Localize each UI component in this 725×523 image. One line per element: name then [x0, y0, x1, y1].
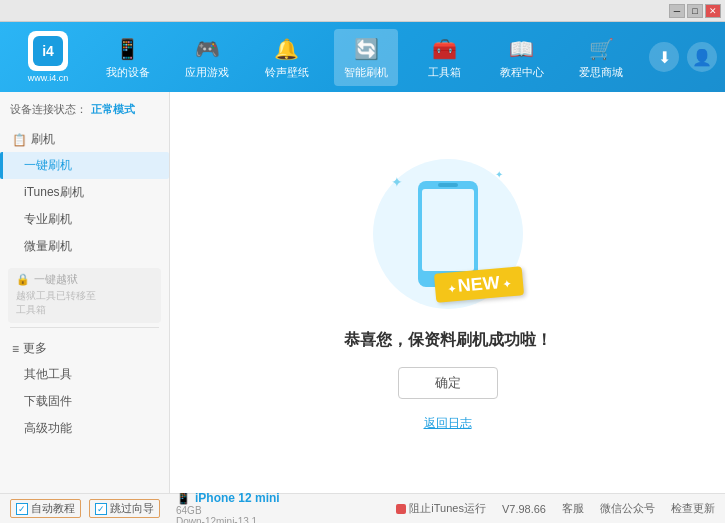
more-section-icon: ≡: [12, 342, 19, 356]
sparkle-topleft-icon: ✦: [391, 174, 403, 190]
nav-items: 📱 我的设备 🎮 应用游戏 🔔 铃声壁纸 🔄 智能刷机 🧰 工具箱 📖 教程中心…: [88, 29, 641, 86]
ringtone-icon: 🔔: [273, 35, 301, 63]
device-model: Down-12mini-13,1: [176, 516, 280, 524]
customer-service-link[interactable]: 客服: [562, 501, 584, 516]
svg-rect-2: [438, 183, 458, 187]
sparkle-topright-icon: ✦: [495, 169, 503, 180]
success-message: 恭喜您，保资料刷机成功啦！: [344, 330, 552, 351]
version-text: V7.98.66: [502, 503, 546, 515]
tutorial-icon: 📖: [508, 35, 536, 63]
sidebar-item-one-click-flash[interactable]: 一键刷机: [0, 152, 169, 179]
itunes-status: 阻止iTunes运行: [396, 501, 486, 516]
nav-right: ⬇ 👤: [649, 42, 717, 72]
logo-icon-inner: i4: [33, 36, 63, 66]
nav-item-tutorial[interactable]: 📖 教程中心: [490, 29, 554, 86]
phone-circle: ✦ ✦ ✦ NEW: [373, 159, 523, 309]
nav-item-my-device[interactable]: 📱 我的设备: [96, 29, 160, 86]
device-storage: 64GB: [176, 505, 202, 516]
close-btn[interactable]: ✕: [705, 4, 721, 18]
itunes-status-text: 阻止iTunes运行: [409, 501, 486, 516]
skip-wizard-checkbox[interactable]: 跳过向导: [89, 499, 160, 518]
minimize-btn[interactable]: ─: [669, 4, 685, 18]
nav-label-tutorial: 教程中心: [500, 65, 544, 80]
connection-status: 设备连接状态： 正常模式: [0, 96, 169, 123]
sidebar-item-other-tools[interactable]: 其他工具: [0, 361, 169, 388]
sidebar-item-advanced[interactable]: 高级功能: [0, 415, 169, 442]
skip-wizard-check-icon: [95, 503, 107, 515]
toolbox-icon: 🧰: [430, 35, 458, 63]
bottom-bar: 自动教程 跳过向导 📱 iPhone 12 mini 64GB Down-12m…: [0, 493, 725, 523]
logo-icon: i4: [28, 31, 68, 71]
smart-flash-icon: 🔄: [352, 35, 380, 63]
sidebar-item-itunes-flash[interactable]: iTunes刷机: [0, 179, 169, 206]
nav-item-ringtone[interactable]: 🔔 铃声壁纸: [255, 29, 319, 86]
status-label: 设备连接状态：: [10, 102, 87, 117]
check-update-link[interactable]: 检查更新: [671, 501, 715, 516]
svg-rect-1: [422, 189, 474, 271]
flash-section-label: 刷机: [31, 131, 55, 148]
logo-sub: www.i4.cn: [28, 73, 69, 83]
section-title-more: ≡ 更多: [0, 336, 169, 361]
jailbreak-section: 🔒 一键越狱 越狱工具已转移至工具箱: [8, 268, 161, 323]
device-details: 64GB: [176, 505, 280, 516]
header: i4 www.i4.cn 📱 我的设备 🎮 应用游戏 🔔 铃声壁纸 🔄 智能刷机…: [0, 22, 725, 92]
status-value: 正常模式: [91, 102, 135, 117]
sidebar-section-more: ≡ 更多 其他工具 下载固件 高级功能: [0, 332, 169, 446]
nav-item-smart-flash[interactable]: 🔄 智能刷机: [334, 29, 398, 86]
apps-icon: 🎮: [193, 35, 221, 63]
nav-item-toolbox[interactable]: 🧰 工具箱: [414, 29, 474, 86]
nav-label-my-device: 我的设备: [106, 65, 150, 80]
auto-guide-checkbox[interactable]: 自动教程: [10, 499, 81, 518]
hero-illustration: ✦ ✦ ✦ NEW 恭喜您，保资料刷机成功啦！ 确定 返回日志: [344, 154, 552, 432]
bottom-right: 阻止iTunes运行 V7.98.66 客服 微信公众号 检查更新: [396, 501, 715, 516]
device-info: 📱 iPhone 12 mini 64GB Down-12mini-13,1: [176, 491, 280, 524]
flash-section-icon: 📋: [12, 133, 27, 147]
reflash-link[interactable]: 返回日志: [424, 415, 472, 432]
jailbreak-note: 越狱工具已转移至工具箱: [16, 287, 153, 319]
more-section-label: 更多: [23, 340, 47, 357]
sidebar-section-flash: 📋 刷机 一键刷机 iTunes刷机 专业刷机 微量刷机: [0, 123, 169, 264]
device-model-text: Down-12mini-13,1: [176, 516, 257, 524]
user-btn[interactable]: 👤: [687, 42, 717, 72]
nav-label-ringtone: 铃声壁纸: [265, 65, 309, 80]
main: 设备连接状态： 正常模式 📋 刷机 一键刷机 iTunes刷机 专业刷机 微量刷…: [0, 92, 725, 493]
maximize-btn[interactable]: □: [687, 4, 703, 18]
mall-icon: 🛒: [587, 35, 615, 63]
phone-illustration: ✦ ✦ ✦ NEW: [368, 154, 528, 314]
content-area: ✦ ✦ ✦ NEW 恭喜您，保资料刷机成功啦！ 确定 返回日志: [170, 92, 725, 493]
download-btn[interactable]: ⬇: [649, 42, 679, 72]
wechat-link[interactable]: 微信公众号: [600, 501, 655, 516]
nav-label-toolbox: 工具箱: [428, 65, 461, 80]
confirm-button[interactable]: 确定: [398, 367, 498, 399]
nav-item-apps[interactable]: 🎮 应用游戏: [175, 29, 239, 86]
auto-guide-check-icon: [16, 503, 28, 515]
sidebar-item-pro-flash[interactable]: 专业刷机: [0, 206, 169, 233]
nav-label-smart-flash: 智能刷机: [344, 65, 388, 80]
title-bar: ─ □ ✕: [0, 0, 725, 22]
sidebar-item-download-firmware[interactable]: 下载固件: [0, 388, 169, 415]
nav-item-mall[interactable]: 🛒 爱思商城: [569, 29, 633, 86]
sidebar-divider: [10, 327, 159, 328]
logo: i4 www.i4.cn: [8, 31, 88, 83]
section-title-flash: 📋 刷机: [0, 127, 169, 152]
sidebar: 设备连接状态： 正常模式 📋 刷机 一键刷机 iTunes刷机 专业刷机 微量刷…: [0, 92, 170, 493]
skip-wizard-label: 跳过向导: [110, 501, 154, 516]
jailbreak-label: 一键越狱: [34, 272, 78, 287]
lock-icon: 🔒: [16, 273, 30, 286]
nav-label-mall: 爱思商城: [579, 65, 623, 80]
device-icon: 📱: [114, 35, 142, 63]
itunes-stop-icon: [396, 504, 406, 514]
nav-label-apps: 应用游戏: [185, 65, 229, 80]
auto-guide-label: 自动教程: [31, 501, 75, 516]
jailbreak-title: 🔒 一键越狱: [16, 272, 153, 287]
sidebar-item-backup-flash[interactable]: 微量刷机: [0, 233, 169, 260]
